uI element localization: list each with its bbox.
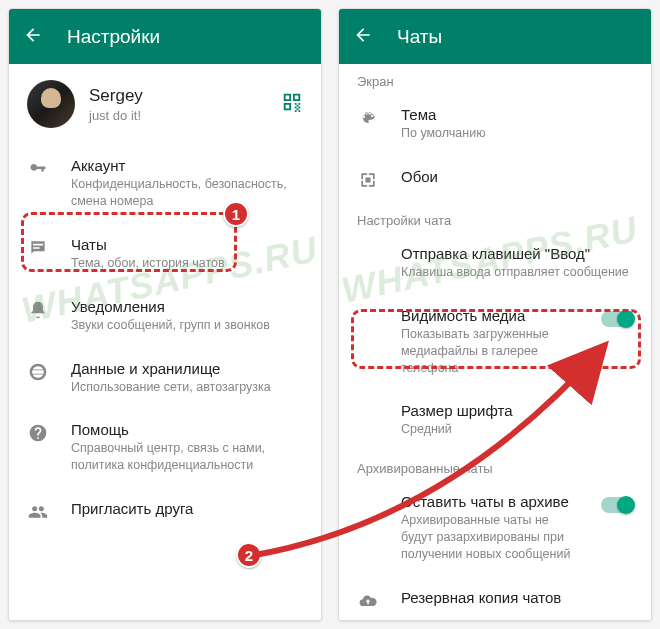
settings-item-invite[interactable]: Пригласить друга	[9, 487, 321, 535]
item-title: Отправка клавишей "Ввод"	[401, 245, 633, 262]
item-sub: Тема, обои, история чатов	[71, 255, 303, 272]
badge-1: 1	[223, 201, 249, 227]
item-sub: Использование сети, автозагрузка	[71, 379, 303, 396]
settings-item-help[interactable]: Помощь Справочный центр, связь с нами, п…	[9, 408, 321, 487]
bell-icon	[27, 300, 49, 320]
item-sub: Средний	[401, 421, 633, 438]
settings-item-data[interactable]: Данные и хранилище Использование сети, а…	[9, 347, 321, 409]
section-arch: Архивированные чаты	[339, 451, 651, 480]
settings-screen: Настройки WHATSAPPS.RU Sergey just do it…	[8, 8, 322, 621]
settings-content: WHATSAPPS.RU Sergey just do it! Аккаунт …	[9, 64, 321, 620]
settings-item-account[interactable]: Аккаунт Конфиденциальность, безопасность…	[9, 144, 321, 223]
chat-icon	[27, 238, 49, 258]
settings-item-notifications[interactable]: Уведомления Звуки сообщений, групп и зво…	[9, 285, 321, 347]
chats-item-font-size[interactable]: Размер шрифта Средний	[339, 389, 651, 451]
item-sub: Конфиденциальность, безопасность, смена …	[71, 176, 303, 210]
item-title: Чаты	[71, 236, 303, 253]
item-sub: Архивированные чаты не будут разархивиро…	[401, 512, 579, 563]
chats-settings-screen: Чаты WHATSAPPS.RU Экран Тема По умолчани…	[338, 8, 652, 621]
media-visibility-toggle[interactable]	[601, 311, 633, 327]
header-title: Настройки	[67, 26, 160, 48]
badge-2: 2	[236, 542, 262, 568]
app-header: Настройки	[9, 9, 321, 64]
item-title: Тема	[401, 106, 633, 123]
chats-item-media-visibility[interactable]: Видимость медиа Показывать загруженные м…	[339, 294, 651, 390]
item-sub: Клавиша ввода отправляет сообщение	[401, 264, 633, 281]
item-sub: Звуки сообщений, групп и звонков	[71, 317, 303, 334]
back-icon[interactable]	[23, 25, 43, 48]
section-screen: Экран	[339, 64, 651, 93]
chats-item-theme[interactable]: Тема По умолчанию	[339, 93, 651, 155]
back-icon[interactable]	[353, 25, 373, 48]
item-title: Оставить чаты в архиве	[401, 493, 579, 510]
item-title: Аккаунт	[71, 157, 303, 174]
settings-item-chats[interactable]: Чаты Тема, обои, история чатов	[9, 223, 321, 285]
avatar	[27, 80, 75, 128]
profile-status: just do it!	[89, 108, 267, 123]
item-sub: Справочный центр, связь с нами, политика…	[71, 440, 303, 474]
section-chat: Настройки чата	[339, 203, 651, 232]
invite-icon	[27, 502, 49, 522]
theme-icon	[357, 108, 379, 128]
item-title: Видимость медиа	[401, 307, 579, 324]
profile-name: Sergey	[89, 86, 267, 106]
chats-content: WHATSAPPS.RU Экран Тема По умолчанию Обо…	[339, 64, 651, 620]
chats-item-keep-archived[interactable]: Оставить чаты в архиве Архивированные ча…	[339, 480, 651, 576]
item-title: Данные и хранилище	[71, 360, 303, 377]
cloud-icon	[357, 591, 379, 611]
wallpaper-icon	[357, 170, 379, 190]
chats-item-backup[interactable]: Резервная копия чатов	[339, 576, 651, 620]
app-header: Чаты	[339, 9, 651, 64]
qr-icon[interactable]	[281, 91, 303, 118]
item-title: Уведомления	[71, 298, 303, 315]
item-sub: Показывать загруженные медиафайлы в гале…	[401, 326, 579, 377]
item-title: Помощь	[71, 421, 303, 438]
help-icon	[27, 423, 49, 443]
item-sub: По умолчанию	[401, 125, 633, 142]
chats-item-enter-send[interactable]: Отправка клавишей "Ввод" Клавиша ввода о…	[339, 232, 651, 294]
item-title: Размер шрифта	[401, 402, 633, 419]
item-title: Обои	[401, 168, 633, 185]
keep-archived-toggle[interactable]	[601, 497, 633, 513]
chats-item-wallpaper[interactable]: Обои	[339, 155, 651, 203]
header-title: Чаты	[397, 26, 442, 48]
key-icon	[27, 159, 49, 179]
item-title: Резервная копия чатов	[401, 589, 633, 606]
profile-row[interactable]: Sergey just do it!	[9, 64, 321, 144]
data-icon	[27, 362, 49, 382]
item-title: Пригласить друга	[71, 500, 303, 517]
